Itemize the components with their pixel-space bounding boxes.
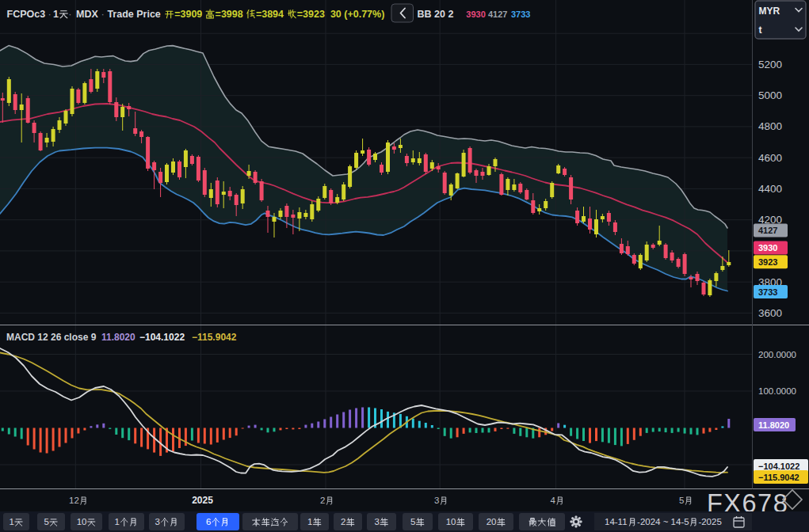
svg-text:1: 1 xyxy=(307,517,312,526)
svg-text:−104.1022: −104.1022 xyxy=(758,462,799,471)
svg-text:1: 1 xyxy=(9,517,13,526)
svg-text:3: 3 xyxy=(155,517,160,526)
svg-text:10: 10 xyxy=(446,517,456,526)
svg-text:1: 1 xyxy=(115,517,120,526)
svg-text:=3923: =3923 xyxy=(297,9,325,20)
svg-text:MDX: MDX xyxy=(76,9,98,20)
svg-text:3733: 3733 xyxy=(511,10,530,19)
svg-text:4127: 4127 xyxy=(488,10,507,19)
svg-text:4800: 4800 xyxy=(758,120,782,132)
svg-text:100.0000: 100.0000 xyxy=(758,386,796,396)
svg-text:4400: 4400 xyxy=(758,183,782,195)
svg-text:t: t xyxy=(759,25,762,36)
svg-text:3930: 3930 xyxy=(758,243,777,253)
svg-text:−104.1022: −104.1022 xyxy=(139,332,185,343)
svg-text:3930: 3930 xyxy=(466,10,485,19)
svg-text:6: 6 xyxy=(206,517,211,526)
svg-text:200.0000: 200.0000 xyxy=(758,350,796,359)
svg-text:3: 3 xyxy=(434,496,439,505)
svg-text:·: · xyxy=(101,8,104,20)
svg-text:11.8020: 11.8020 xyxy=(758,420,789,430)
svg-text:3: 3 xyxy=(374,517,379,526)
svg-text:5200: 5200 xyxy=(758,59,782,70)
svg-text:5000: 5000 xyxy=(758,89,782,101)
svg-text:3600: 3600 xyxy=(758,307,782,319)
svg-text:3733: 3733 xyxy=(758,287,777,297)
svg-text:20: 20 xyxy=(487,517,497,526)
svg-text:-2024 ~ 14-5: -2024 ~ 14-5 xyxy=(637,517,689,526)
svg-text:4127: 4127 xyxy=(758,226,777,235)
svg-text:14-11: 14-11 xyxy=(605,517,628,526)
svg-text:BB 20 2: BB 20 2 xyxy=(418,9,454,20)
svg-text:5: 5 xyxy=(410,517,415,526)
svg-text:4600: 4600 xyxy=(758,152,782,164)
svg-text:FCPOc3: FCPOc3 xyxy=(7,9,46,20)
svg-text:=3998: =3998 xyxy=(216,9,243,20)
svg-text:·: · xyxy=(68,8,71,20)
svg-text:Trade Price: Trade Price xyxy=(107,9,160,20)
svg-text:−115.9042: −115.9042 xyxy=(192,332,237,343)
svg-text:2: 2 xyxy=(341,517,345,526)
svg-text:10: 10 xyxy=(77,517,87,526)
svg-text:2025: 2025 xyxy=(192,495,213,506)
svg-text:30 (+0.77%): 30 (+0.77%) xyxy=(330,9,384,20)
svg-text:4: 4 xyxy=(551,496,556,505)
svg-text:5: 5 xyxy=(44,517,48,526)
svg-text:MACD 12 26 close 9: MACD 12 26 close 9 xyxy=(6,332,97,343)
svg-text:11.8020: 11.8020 xyxy=(101,332,135,343)
svg-text:3923: 3923 xyxy=(758,257,777,267)
svg-text:2: 2 xyxy=(320,496,325,505)
svg-text:MYR: MYR xyxy=(759,6,780,17)
svg-text:1: 1 xyxy=(53,9,59,20)
svg-text:−115.9042: −115.9042 xyxy=(758,473,799,482)
svg-text:12: 12 xyxy=(69,496,79,505)
svg-text:-2025: -2025 xyxy=(698,517,721,526)
svg-text:·: · xyxy=(48,8,52,20)
svg-text:=3909: =3909 xyxy=(174,9,202,20)
svg-text:=3894: =3894 xyxy=(256,9,284,20)
svg-text:5: 5 xyxy=(679,496,684,505)
